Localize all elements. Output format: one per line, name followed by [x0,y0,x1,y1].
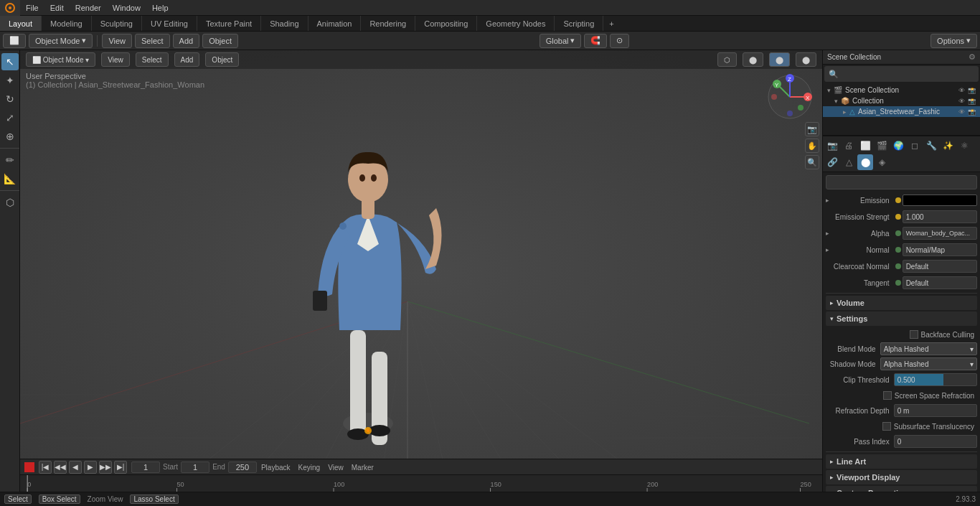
shading-material[interactable]: ⬤ [769,52,790,67]
tab-scripting[interactable]: Scripting [555,16,603,31]
refraction-depth-value[interactable]: 0 m [894,404,977,417]
alpha-value[interactable]: Woman_body_Opac... [903,227,977,240]
viewport-object-btn[interactable]: Object [205,52,239,67]
prev-frame-btn[interactable]: ◀◀ [54,461,67,474]
strength-socket[interactable] [895,214,901,220]
jump-start-btn[interactable]: |◀ [39,461,52,474]
tangent-value[interactable]: Default [903,276,977,289]
tab-compositing[interactable]: Compositing [415,16,477,31]
viewport-3d[interactable]: ⬜ Object Mode ▾ View Select Add Object ⬡… [20,50,822,492]
tab-texture-paint[interactable]: Texture Paint [197,16,261,31]
timeline-ruler[interactable]: 0 50 100 150 200 250 [20,475,822,492]
end-frame-input[interactable]: 250 [228,462,257,473]
toolbar-transform[interactable]: Global ▾ [540,34,582,48]
menu-help[interactable]: Help [146,0,174,15]
start-frame-input[interactable]: 1 [181,462,209,473]
viewport-add-btn[interactable]: Add [174,52,200,67]
camera-icon-btn[interactable]: 📷 [805,122,819,136]
line-art-section[interactable]: ▸ Line Art [826,454,977,469]
tool-move[interactable]: ✦ [1,72,19,89]
custom-props-section[interactable]: ▸ Custom Properties [826,486,977,492]
tree-item-collection[interactable]: ▾ 📦 Collection 👁 📸 [823,95,980,106]
viewport-mode-btn[interactable]: ⬜ Object Mode ▾ [26,52,95,67]
toolbar-view[interactable]: View [102,34,132,48]
props-tab-world[interactable]: 🌍 [890,138,906,154]
props-tab-object[interactable]: ◻ [907,138,923,154]
clearcoat-normal-value[interactable]: Default [903,260,977,273]
outliner-filter-icon[interactable]: ⚙ [969,52,976,62]
tab-rendering[interactable]: Rendering [361,16,415,31]
props-tab-material[interactable]: ⬤ [857,154,873,170]
shadow-mode-dropdown[interactable]: Alpha Hashed ▾ [880,357,977,370]
blend-mode-dropdown[interactable]: Alpha Hashed ▾ [880,342,977,355]
props-tab-render[interactable]: 📷 [824,138,840,154]
normal-socket[interactable] [895,247,901,253]
toolbar-select[interactable]: Select [135,34,170,48]
alpha-expand[interactable]: ▸ [826,230,833,237]
jump-end-btn[interactable]: ▶| [114,461,127,474]
zoom-icon-btn[interactable]: 🔍 [805,155,819,169]
clip-threshold-value[interactable]: 0.500 [894,373,977,386]
tool-annotate[interactable]: ✏ [1,151,19,169]
play-btn[interactable]: ▶ [84,461,97,474]
props-tab-particles[interactable]: ✨ [940,138,956,154]
props-tab-modifier[interactable]: 🔧 [923,138,939,154]
pass-index-value[interactable]: 0 [894,435,977,448]
toolbar-snapping[interactable]: 🧲 [584,34,607,48]
props-tab-data[interactable]: △ [841,154,857,170]
settings-section[interactable]: ▾ Settings [826,311,977,326]
menu-edit[interactable]: Edit [44,0,70,15]
playback-menu[interactable]: Playback [261,464,291,472]
viewport-select-btn[interactable]: Select [136,52,169,67]
tab-shading[interactable]: Shading [261,16,308,31]
view-menu[interactable]: View [328,464,344,472]
tab-geometry-nodes[interactable]: Geometry Nodes [477,16,555,31]
toolbar-object-mode[interactable]: Object Mode ▾ [29,34,93,48]
toolbar-add[interactable]: Add [173,34,200,48]
toolbar-object[interactable]: Object [202,34,238,48]
navigation-gizmo[interactable]: X Y Z [765,72,815,122]
cc-socket[interactable] [895,263,901,269]
eye-icon[interactable]: 👁 [958,87,965,94]
sst-checkbox[interactable] [882,422,891,431]
tool-transform[interactable]: ⊕ [1,128,19,145]
viewport-view-btn[interactable]: View [101,52,130,67]
menu-window[interactable]: Window [107,0,146,15]
app-logo[interactable] [0,0,20,16]
alpha-socket[interactable] [895,230,901,236]
add-workspace-tab[interactable]: + [603,19,619,28]
volume-section[interactable]: ▸ Volume [826,296,977,310]
tab-animation[interactable]: Animation [308,16,362,31]
ssr-checkbox[interactable] [883,391,892,400]
toolbar-proportional[interactable]: ⊙ [610,34,629,48]
shading-rendered[interactable]: ⬤ [796,52,816,67]
tab-modeling[interactable]: Modeling [42,16,92,31]
emission-socket[interactable] [895,197,901,203]
marker-menu[interactable]: Marker [352,464,374,472]
render-icon-2[interactable]: 📸 [968,98,976,105]
props-tab-texture[interactable]: ◈ [874,154,890,170]
menu-file[interactable]: File [20,0,44,15]
hand-icon-btn[interactable]: ✋ [805,139,819,153]
outliner-search[interactable]: 🔍 [824,66,979,82]
viewport-display-section[interactable]: ▸ Viewport Display [826,470,977,484]
props-tab-constraints[interactable]: 🔗 [824,154,840,170]
shading-solid[interactable]: ⬤ [743,52,763,67]
normal-value[interactable]: Normal/Map [903,243,977,256]
normal-expand[interactable]: ▸ [826,246,833,253]
tool-scale[interactable]: ⤢ [1,109,19,126]
props-search-input[interactable] [826,175,977,189]
emission-strength-value[interactable]: 1.000 [903,210,977,223]
toolbar-options[interactable]: Options ▾ [930,34,977,48]
backface-culling-checkbox[interactable] [910,330,918,339]
toolbar-mode-icon[interactable]: ⬜ [3,34,26,48]
prev-keyframe-btn[interactable]: ◀ [69,461,82,474]
props-tab-scene[interactable]: 🎬 [874,138,890,154]
tool-add-cube[interactable]: ⬡ [1,194,19,211]
tool-cursor[interactable]: ↖ [1,53,19,70]
menu-render[interactable]: Render [70,0,107,15]
shading-wireframe[interactable]: ⬡ [717,52,737,67]
tool-rotate[interactable]: ↻ [1,90,19,108]
tab-sculpting[interactable]: Sculpting [92,16,142,31]
render-icon-3[interactable]: 📸 [968,108,976,116]
